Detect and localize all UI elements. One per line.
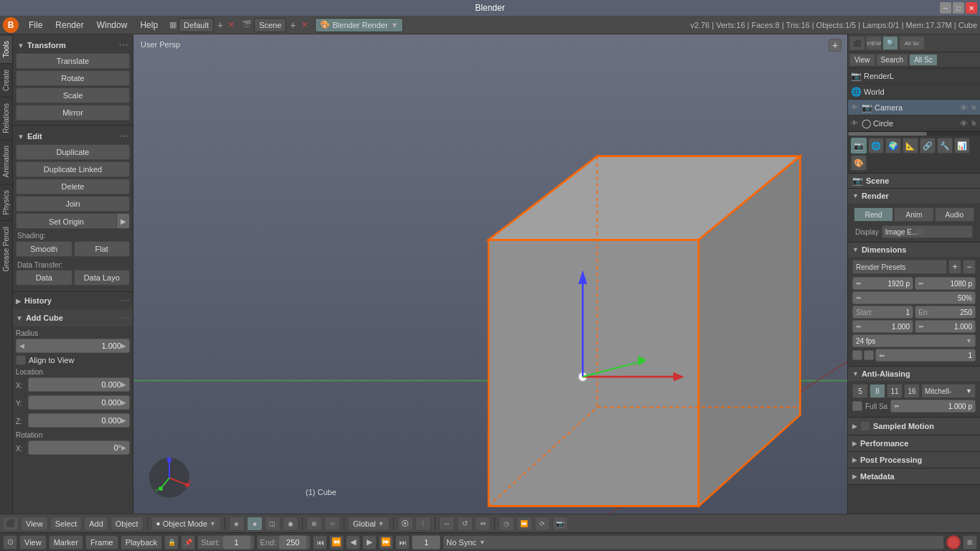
scene-outliner-btn[interactable]: ⬛: [849, 36, 865, 50]
select-menu-btn[interactable]: Select: [50, 517, 83, 531]
view-btn[interactable]: VIEW: [866, 36, 882, 50]
x-field[interactable]: 0.000 ▶: [28, 377, 130, 392]
translate-button[interactable]: Translate: [16, 53, 130, 69]
aa-header[interactable]: ▼ Anti-Aliasing: [848, 367, 980, 381]
scene-add-icon[interactable]: +: [288, 19, 297, 31]
radius-field[interactable]: ◀ 1.000 ▶: [16, 339, 130, 353]
data-props-btn[interactable]: 📊: [954, 138, 970, 154]
search-btn[interactable]: 🔍: [882, 36, 898, 50]
tab-create[interactable]: Create: [0, 63, 12, 97]
viewport-add-button[interactable]: +: [829, 39, 842, 52]
sync-btn[interactable]: ⟳: [534, 517, 550, 531]
maximize-button[interactable]: □: [953, 2, 964, 14]
tl-view-btn[interactable]: View: [19, 535, 47, 550]
data-button[interactable]: Data: [16, 270, 72, 286]
menu-window[interactable]: Window: [91, 19, 133, 32]
material-props-btn[interactable]: 🎨: [851, 155, 867, 171]
time-rem-check2[interactable]: [864, 350, 874, 360]
add-cube-header[interactable]: ▼ Add Cube ⋯: [13, 309, 133, 326]
res-y-field[interactable]: ⬅ 1080 p: [915, 277, 976, 290]
scene-remove-icon[interactable]: ✕: [300, 20, 309, 29]
proportional-edit-btn[interactable]: ○: [324, 517, 340, 531]
tl-marker-btn[interactable]: Marker: [49, 535, 83, 550]
rotate-tool-btn[interactable]: ↺: [457, 517, 473, 531]
render-props-btn[interactable]: 📷: [851, 138, 867, 154]
view-menu-btn[interactable]: View: [21, 517, 48, 531]
object-menu-btn[interactable]: Object: [110, 517, 143, 531]
sampled-motion-check[interactable]: [860, 421, 870, 431]
tab-tools[interactable]: Tools: [0, 34, 12, 63]
fps-field[interactable]: 24 fps ▼: [852, 334, 976, 347]
tl-extras-btn[interactable]: ⊞: [963, 535, 977, 550]
transform-orientation-select[interactable]: Global ▼: [348, 517, 390, 531]
tl-end-input[interactable]: 250: [278, 535, 307, 550]
tab-relations[interactable]: Relations: [0, 97, 12, 139]
tl-lock-btn[interactable]: 🔒: [164, 535, 179, 550]
edit-header[interactable]: ▼ Edit ⋯: [16, 128, 130, 144]
world-props-btn[interactable]: 🌍: [885, 138, 901, 154]
scale-button[interactable]: Scale: [16, 88, 130, 103]
pivot-icon-btn[interactable]: ⊕: [306, 517, 322, 531]
minimize-button[interactable]: ─: [940, 2, 951, 14]
tree-item-world[interactable]: 🌐 World: [848, 84, 980, 100]
scene-selector[interactable]: Scene: [254, 18, 286, 32]
display-value[interactable]: Image E... □: [882, 225, 973, 238]
time-rem-field[interactable]: ⬅ 1: [875, 349, 976, 362]
snap-btn[interactable]: ⦿: [397, 517, 413, 531]
start-frame-field[interactable]: Start: 1: [852, 306, 913, 319]
snap-settings-btn[interactable]: ⋮: [415, 517, 431, 531]
res-pct-field[interactable]: ⬅ 50%: [852, 291, 976, 304]
add-menu-btn[interactable]: Add: [84, 517, 108, 531]
presets-del-button[interactable]: −: [963, 260, 976, 274]
view-tab[interactable]: View: [849, 54, 875, 66]
rx-field[interactable]: 0° ▶: [28, 441, 130, 455]
tl-jump-end-btn[interactable]: ⏭: [395, 535, 410, 550]
y-field[interactable]: 0.000 ▶: [28, 395, 130, 410]
aa-filter-select[interactable]: Mitchell- ▼: [921, 384, 976, 398]
render-engine-selector[interactable]: 🎨 Blender Render ▼: [315, 18, 404, 32]
full-sample-field[interactable]: ⬅ 1.000 p: [890, 400, 976, 413]
play-animation-btn[interactable]: ⏩: [517, 517, 532, 531]
texture-shading-btn[interactable]: ◫: [265, 517, 281, 531]
tl-play-btn[interactable]: ▶: [362, 535, 377, 550]
tab-animation[interactable]: Animation: [0, 139, 12, 183]
tl-jump-start-btn[interactable]: ⏮: [313, 535, 327, 550]
solid-shading-btn[interactable]: ●: [247, 517, 263, 531]
modifier-props-btn[interactable]: 🔧: [937, 138, 953, 154]
tl-start-input[interactable]: 1: [222, 535, 251, 550]
scale-tool-btn[interactable]: ⇔: [475, 517, 491, 531]
circle-eye-icon[interactable]: 👁: [960, 119, 968, 128]
set-origin-dropdown[interactable]: Set Origin ▶: [16, 213, 130, 229]
aspect-x-field[interactable]: ⬅ 1.000: [852, 320, 913, 333]
join-button[interactable]: Join: [16, 196, 130, 212]
data-layer-button[interactable]: Data Layo: [74, 270, 131, 286]
flat-button[interactable]: Flat: [74, 241, 131, 257]
aspect-y-field[interactable]: ⬅ 1.000: [915, 320, 976, 333]
viewport-icon-btn[interactable]: ⬛: [3, 517, 19, 531]
tl-current-frame[interactable]: 1: [412, 535, 440, 550]
mirror-button[interactable]: Mirror: [16, 105, 130, 121]
allscenes-btn[interactable]: All Sc: [899, 36, 925, 50]
rend-tab[interactable]: Rend: [854, 207, 893, 222]
render-section-header[interactable]: ▼ Render: [848, 189, 980, 203]
aa-16-btn[interactable]: 16: [904, 384, 920, 398]
time-rem-check[interactable]: [852, 350, 862, 360]
tl-sync-select[interactable]: No Sync ▼: [443, 535, 944, 550]
presets-add-button[interactable]: +: [948, 260, 961, 274]
post-processing-header[interactable]: ▶ Post Processing: [848, 452, 980, 468]
align-to-view-checkbox[interactable]: [16, 355, 26, 365]
render-shading-btn[interactable]: ◉: [283, 517, 298, 531]
aa-11-btn[interactable]: 11: [887, 384, 903, 398]
layout-remove-icon[interactable]: ✕: [227, 20, 236, 29]
tree-item-circle[interactable]: 👁 ◯ Circle 👁 🖱: [848, 116, 980, 131]
camera-eye-icon[interactable]: 👁: [960, 103, 968, 112]
z-field[interactable]: 0.000 ▶: [28, 413, 130, 428]
duplicate-button[interactable]: Duplicate: [16, 144, 130, 160]
translate-tool-btn[interactable]: ↔: [439, 517, 455, 531]
aa-8-btn[interactable]: 8: [870, 384, 885, 398]
tl-frame-btn[interactable]: Frame: [85, 535, 118, 550]
tab-physics[interactable]: Physics: [0, 184, 12, 220]
tl-play-reverse-btn[interactable]: ◀: [346, 535, 360, 550]
tl-playback-btn[interactable]: Playback: [121, 535, 163, 550]
camera-extra-btn[interactable]: 📷: [552, 517, 568, 531]
